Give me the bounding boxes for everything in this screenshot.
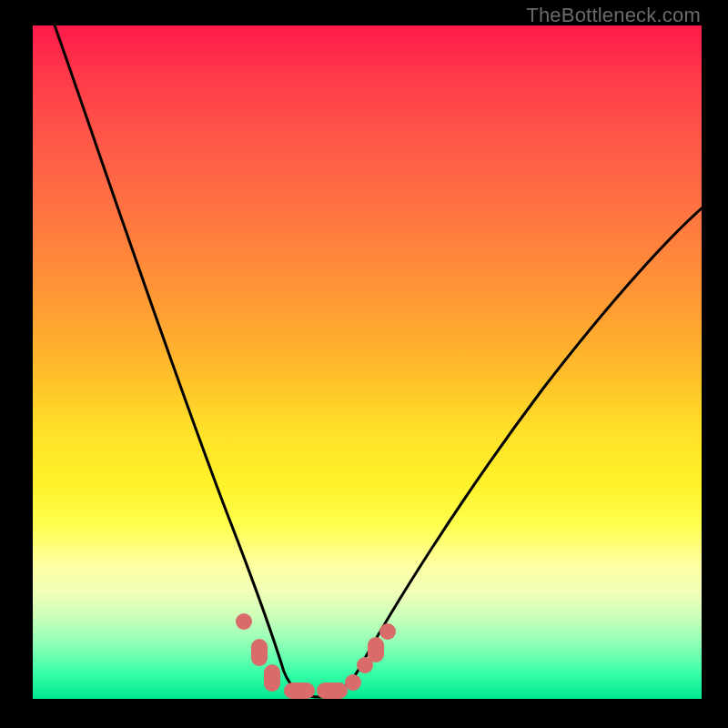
chart-frame: TheBottleneck.com <box>0 0 728 728</box>
marker-pill <box>368 637 384 662</box>
marker-dot <box>236 613 252 630</box>
marker-pill <box>251 639 268 666</box>
marker-dot <box>345 674 361 691</box>
marker-pill <box>264 664 280 692</box>
marker-dot <box>379 623 396 640</box>
watermark-text: TheBottleneck.com <box>526 4 701 27</box>
marker-pill <box>317 682 348 699</box>
valley-markers <box>236 613 396 699</box>
bottleneck-curve <box>53 20 703 697</box>
chart-overlay <box>33 25 702 699</box>
marker-pill <box>284 682 315 699</box>
